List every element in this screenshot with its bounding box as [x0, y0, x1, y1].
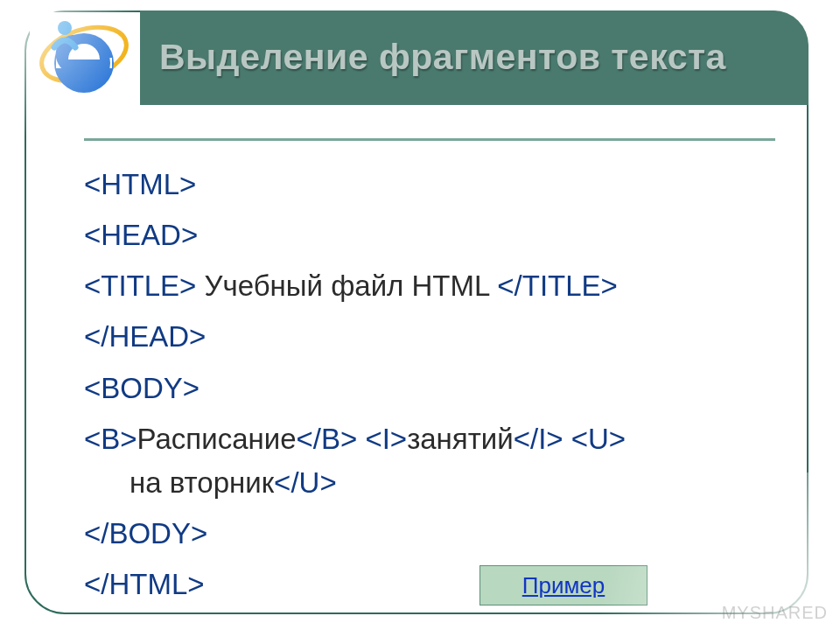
slide-stage: Выделение фрагментов текста <HTML> <HEAD… — [0, 0, 840, 630]
tag-b-close: </B> — [297, 423, 358, 455]
code-line-7: </BODY> — [84, 512, 775, 556]
title-bar: Выделение фрагментов текста — [140, 10, 808, 105]
svg-point-3 — [58, 21, 72, 35]
b-text: Расписание — [137, 423, 297, 455]
tag-body-open: <BODY> — [84, 372, 200, 404]
code-line-1: <HTML> — [84, 163, 775, 206]
code-line-2: <HEAD> — [84, 214, 775, 257]
title-text: Учебный файл HTML — [196, 270, 497, 302]
code-line-4: </HEAD> — [84, 315, 775, 359]
tag-title-close: </TITLE> — [497, 270, 618, 302]
example-button[interactable]: Пример — [480, 565, 648, 606]
i-text: занятий — [407, 423, 514, 455]
tag-u-close: </U> — [274, 466, 337, 499]
u-text: на вторник — [130, 466, 274, 499]
slide-title: Выделение фрагментов текста — [159, 38, 726, 77]
tag-u-open: <U> — [571, 423, 626, 455]
code-block: <HTML> <HEAD> <TITLE> Учебный файл HTML … — [84, 163, 775, 613]
code-line-8: </HTML> — [84, 563, 775, 606]
code-line-5: <BODY> — [84, 367, 775, 410]
tag-head-close: </HEAD> — [84, 320, 206, 353]
tag-b-open: <B> — [84, 423, 137, 455]
tag-i-open: <I> — [365, 423, 407, 455]
tag-html-close: </HTML> — [84, 568, 205, 600]
tag-html-open: <HTML> — [84, 168, 196, 200]
ie-logo-icon — [30, 12, 138, 108]
example-link[interactable]: Пример — [522, 572, 605, 599]
header-underline — [84, 138, 775, 141]
space-2 — [564, 423, 571, 455]
watermark-text: MYSHARED — [722, 603, 828, 623]
tag-title-open: <TITLE> — [84, 270, 196, 302]
tag-body-close: </BODY> — [84, 517, 207, 550]
tag-i-close: </I> — [514, 423, 564, 455]
code-line-3: <TITLE> Учебный файл HTML </TITLE> — [84, 264, 775, 308]
tag-head-open: <HEAD> — [84, 219, 198, 251]
code-line-6: <B>Расписание</B> <I>занятий</I> <U> на … — [84, 417, 775, 505]
